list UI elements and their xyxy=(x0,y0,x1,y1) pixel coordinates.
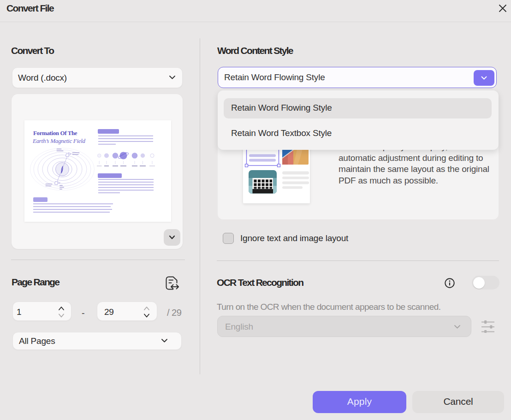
svg-text:Earth’s Magnetic Field: Earth’s Magnetic Field xyxy=(32,137,86,144)
svg-text:Formation Of The: Formation Of The xyxy=(33,130,77,136)
